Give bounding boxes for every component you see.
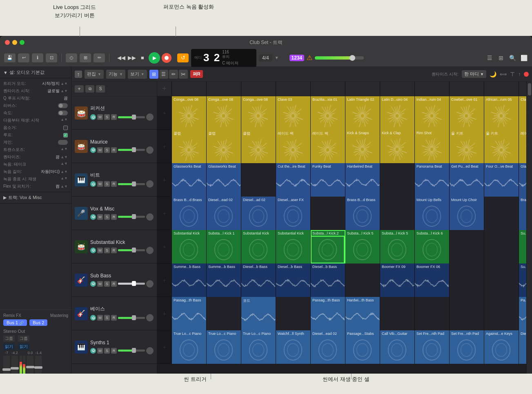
maximize-button[interactable] xyxy=(20,40,24,45)
cell-r7-c5[interactable]: Passage...Stabs xyxy=(345,330,380,364)
cell-r7-c9[interactable]: Against...e Keys xyxy=(484,330,519,364)
cell-r2-c10[interactable]: Gla... xyxy=(519,163,526,197)
cell-r0-c10[interactable]: Cla... xyxy=(519,96,526,130)
mute-percussion[interactable]: M xyxy=(97,114,103,120)
s-track-button[interactable]: S xyxy=(96,85,105,93)
volume-bar[interactable] xyxy=(315,56,364,60)
cell-r6-c4[interactable]: Passag...th Bass xyxy=(311,297,345,330)
track-knob-vox[interactable] xyxy=(146,213,154,221)
fader-thumb-percussion[interactable] xyxy=(132,115,136,120)
mute-subbass[interactable]: M xyxy=(97,281,103,287)
function-menu-button[interactable]: 기능 ▼ xyxy=(106,70,125,79)
cell-r5-c6[interactable]: Boomer FX 09 xyxy=(380,263,415,297)
cell-r4-c6[interactable]: Substa...l Kick 5 xyxy=(380,230,415,263)
add-col-row-5[interactable]: + xyxy=(157,263,172,297)
cell-r3-c4[interactable] xyxy=(311,197,345,230)
fader-mid-thumb[interactable] xyxy=(11,367,19,370)
cell-r5-c1[interactable]: Summe...b Bass xyxy=(207,263,241,297)
cell-r2-c7[interactable]: Panorama Beat xyxy=(415,163,450,197)
track-knob-maurice[interactable] xyxy=(146,146,154,154)
cell-r0-c6[interactable]: Latin D...uiro 04 xyxy=(380,96,415,130)
cell-r0-c4[interactable]: Brazilia...xia 01 xyxy=(311,96,345,130)
cell-r1-c1[interactable]: 클랩 xyxy=(207,130,241,163)
cell-r2-c6[interactable] xyxy=(380,163,415,197)
record-synths1[interactable]: R xyxy=(111,348,117,354)
cell-r5-c8[interactable] xyxy=(450,263,484,297)
cell-r2-c0[interactable]: Glassworks Beat xyxy=(172,163,207,197)
track-knob-percussion[interactable] xyxy=(146,113,154,121)
cell-r3-c1[interactable]: Diesel...ead 02 xyxy=(207,197,241,230)
track-knob-subkick[interactable] xyxy=(146,247,154,254)
search-button[interactable]: 🔍 xyxy=(508,54,516,62)
track-knob-synths1[interactable] xyxy=(146,347,154,354)
cell-r2-c8[interactable]: Get Pu...ed Beat xyxy=(450,163,484,197)
fader-maurice[interactable] xyxy=(118,149,145,151)
clone-track-button[interactable]: ⧉ xyxy=(85,85,94,93)
cell-r7-c6[interactable]: Call Vib...Guitar xyxy=(380,330,415,364)
cell-r3-c8[interactable]: Mount Up Choir xyxy=(450,197,484,230)
track-knob-subbass[interactable] xyxy=(146,280,154,288)
cell-r7-c10[interactable]: Die... xyxy=(519,330,526,364)
minimize-button[interactable] xyxy=(12,40,17,45)
inspector-header[interactable]: ▼ 셀: 오디오 기본값 xyxy=(3,69,68,75)
fader-r2-thumb[interactable] xyxy=(34,366,42,369)
cell-r5-c10[interactable]: Su... xyxy=(519,263,526,297)
mute-vox[interactable]: M xyxy=(97,214,103,220)
browser-button[interactable]: ⬜ xyxy=(520,54,528,62)
cell-r3-c7[interactable]: Mount Up Bells xyxy=(415,197,450,230)
cell-r6-c3[interactable] xyxy=(276,297,311,330)
fader-bass[interactable] xyxy=(118,317,145,319)
cell-r7-c8[interactable]: Set Fre...nth Pad xyxy=(450,330,484,364)
forward-button[interactable]: ▶▶ xyxy=(127,53,136,62)
power-subkick[interactable]: ⏻ xyxy=(90,248,96,253)
cell-r4-c7[interactable]: Substa...l Kick 6 xyxy=(415,230,450,263)
fader-subbass[interactable] xyxy=(118,283,145,285)
add-scene-button[interactable]: + xyxy=(157,82,172,96)
fader-thumb-subkick[interactable] xyxy=(132,248,136,252)
mute-beat[interactable]: M xyxy=(97,181,103,187)
cell-r6-c7[interactable] xyxy=(415,297,450,330)
mixer-button[interactable]: ⊞ xyxy=(80,53,91,62)
cell-r0-c0[interactable]: Conga...ove 08 xyxy=(172,96,207,130)
cell-r5-c0[interactable]: Summe...b Bass xyxy=(172,263,207,297)
fader-percussion[interactable] xyxy=(118,116,145,118)
cell-r7-c1[interactable]: True Lo...c Piano xyxy=(207,330,241,364)
view-menu-button[interactable]: 보기 ▼ xyxy=(128,70,147,79)
list-view-button[interactable]: ☰ xyxy=(485,54,494,62)
record-subbass[interactable]: R xyxy=(111,281,117,287)
cell-r5-c4[interactable]: Diesel...b Bass xyxy=(311,263,345,297)
inspector-track-header[interactable]: ▶ 트랙: Vox & Misc xyxy=(3,195,68,201)
solo-maurice[interactable]: S xyxy=(104,147,110,153)
bus1-button[interactable]: Bus 1 🔗 xyxy=(3,319,27,326)
record-maurice[interactable]: R xyxy=(111,147,117,153)
add-col-row-2[interactable]: + xyxy=(157,163,172,196)
info-button[interactable]: ℹ xyxy=(32,53,43,62)
power-percussion[interactable]: ⏻ xyxy=(90,114,96,120)
cell-r4-c8[interactable] xyxy=(450,230,484,263)
read1-button[interactable]: 읽기 xyxy=(3,343,15,350)
mute-bass[interactable]: M xyxy=(97,315,103,321)
cell-r1-c9[interactable]: 울 키트 xyxy=(484,130,519,163)
cell-r3-c0[interactable]: Brass B...d Brass xyxy=(172,197,207,230)
fader-subkick[interactable] xyxy=(118,249,145,251)
cell-r6-c6[interactable] xyxy=(380,297,415,330)
cell-r7-c4[interactable]: Diesel...ead 02 xyxy=(311,330,345,364)
fader-r1-thumb[interactable] xyxy=(26,366,34,368)
cell-r2-c1[interactable]: Glassworks Beat xyxy=(207,163,241,197)
record-subkick[interactable]: R xyxy=(111,248,117,253)
cell-r6-c1[interactable] xyxy=(207,297,241,330)
cell-r5-c5[interactable] xyxy=(345,263,380,297)
cell-r6-c10[interactable]: Pa... xyxy=(519,297,526,330)
stop-button[interactable]: ■ xyxy=(138,53,147,62)
mute-maurice[interactable]: M xyxy=(97,147,103,153)
cell-r0-c3[interactable]: Clave 03 xyxy=(276,96,311,130)
cell-r3-c9[interactable] xyxy=(484,197,519,230)
record-percussion[interactable]: R xyxy=(111,114,117,120)
cell-r1-c6[interactable]: Kick & Clap xyxy=(380,130,415,163)
cell-r7-c0[interactable]: True Lo...c Piano xyxy=(172,330,207,364)
record-button[interactable] xyxy=(162,53,171,63)
power-maurice[interactable]: ⏻ xyxy=(90,147,96,153)
scissors-tool-toggle[interactable]: ✂ xyxy=(179,70,188,79)
bus2-button[interactable]: Bus 2 xyxy=(29,319,47,326)
cell-r3-c2[interactable]: Diesel...ad 02 xyxy=(241,197,276,230)
